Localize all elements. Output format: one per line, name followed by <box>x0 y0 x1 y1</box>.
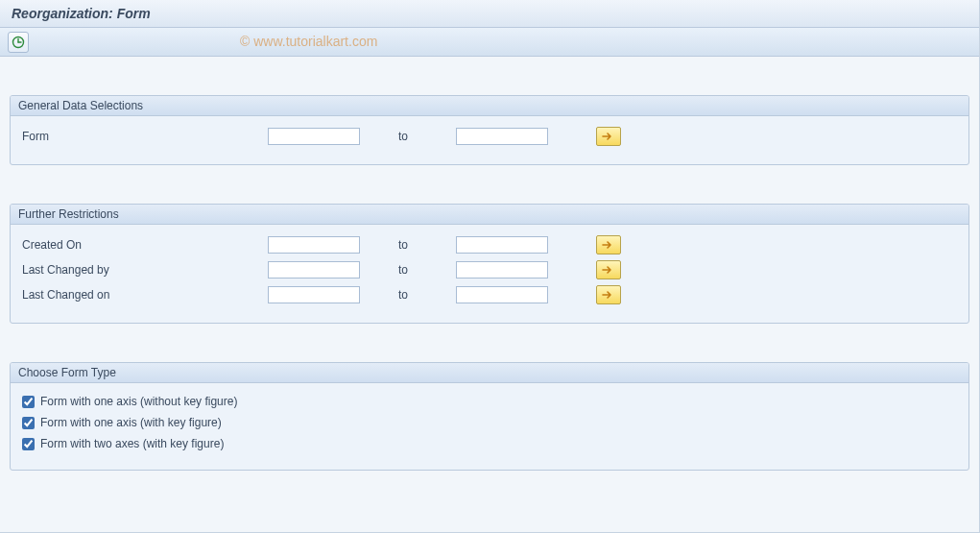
checkbox-label-two-axes-with-kf[interactable]: Form with two axes (with key figure) <box>40 437 224 450</box>
checkbox-one-axis-with-kf[interactable] <box>22 417 35 429</box>
group-further-restrictions: Further Restrictions Created On to Last … <box>10 204 969 324</box>
label-to: to <box>360 288 456 302</box>
checkbox-label-one-axis-without-kf[interactable]: Form with one axis (without key figure) <box>40 395 237 408</box>
arrow-right-icon <box>602 265 615 275</box>
multiple-selection-button-created-on[interactable] <box>596 235 621 254</box>
label-to: to <box>360 263 456 277</box>
row-created-on: Created On to <box>18 232 961 257</box>
label-to: to <box>360 130 456 143</box>
group-header-general: General Data Selections <box>11 96 968 116</box>
execute-button[interactable] <box>8 32 29 53</box>
input-created-on-from[interactable] <box>268 236 360 254</box>
input-last-changed-on-to[interactable] <box>456 286 548 303</box>
arrow-right-icon <box>602 290 615 300</box>
group-general-data-selections: General Data Selections Form to <box>10 95 969 165</box>
multiple-selection-button-form[interactable] <box>596 127 621 146</box>
group-body-form-type: Form with one axis (without key figure) … <box>11 383 968 470</box>
input-form-from[interactable] <box>268 128 360 145</box>
group-body-general: Form to <box>11 116 968 164</box>
group-body-further: Created On to Last Changed by to <box>11 225 968 323</box>
row-form: Form to <box>18 124 961 149</box>
group-header-form-type: Choose Form Type <box>11 363 968 383</box>
label-form: Form <box>18 130 268 143</box>
check-row-two-axes-with-kf: Form with two axes (with key figure) <box>18 433 961 454</box>
label-created-on: Created On <box>18 238 268 252</box>
input-last-changed-by-from[interactable] <box>268 261 360 279</box>
input-form-to[interactable] <box>456 128 548 145</box>
content-area: General Data Selections Form to Further … <box>0 57 979 519</box>
row-last-changed-on: Last Changed on to <box>18 282 961 307</box>
label-last-changed-on: Last Changed on <box>18 288 268 302</box>
label-to: to <box>360 238 456 252</box>
checkbox-two-axes-with-kf[interactable] <box>22 438 35 450</box>
check-row-one-axis-with-kf: Form with one axis (with key figure) <box>18 412 961 433</box>
input-created-on-to[interactable] <box>456 236 548 254</box>
checkbox-label-one-axis-with-kf[interactable]: Form with one axis (with key figure) <box>40 416 222 429</box>
arrow-right-icon <box>602 240 615 250</box>
checkbox-one-axis-without-kf[interactable] <box>22 396 35 408</box>
watermark-text: © www.tutorialkart.com <box>240 34 377 49</box>
input-last-changed-on-from[interactable] <box>268 286 360 303</box>
input-last-changed-by-to[interactable] <box>456 261 548 279</box>
group-header-further: Further Restrictions <box>11 205 968 225</box>
row-last-changed-by: Last Changed by to <box>18 257 961 282</box>
clock-execute-icon <box>12 36 25 49</box>
multiple-selection-button-last-changed-on[interactable] <box>596 285 621 304</box>
arrow-right-icon <box>602 132 615 141</box>
title-bar: Reorganization: Form <box>0 0 979 28</box>
page-title: Reorganization: Form <box>12 6 151 21</box>
multiple-selection-button-last-changed-by[interactable] <box>596 260 621 279</box>
label-last-changed-by: Last Changed by <box>18 263 268 277</box>
check-row-one-axis-without-kf: Form with one axis (without key figure) <box>18 391 961 412</box>
toolbar: © www.tutorialkart.com <box>0 28 979 57</box>
group-choose-form-type: Choose Form Type Form with one axis (wit… <box>10 362 969 471</box>
